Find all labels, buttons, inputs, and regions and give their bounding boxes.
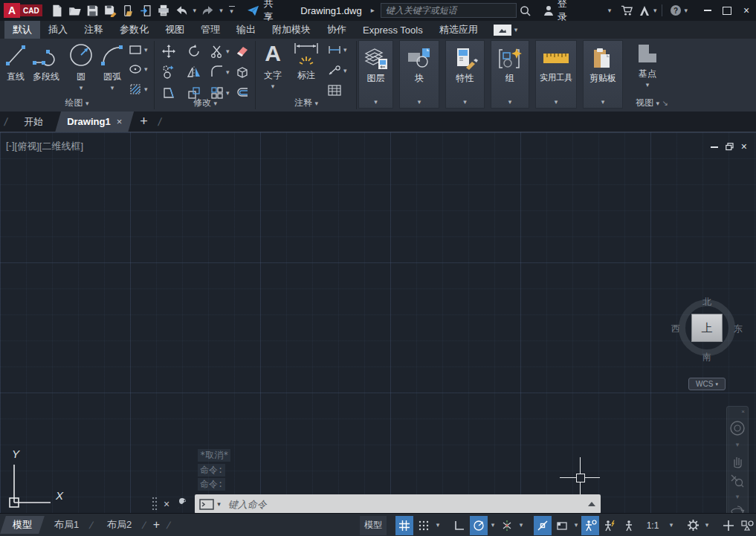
customize-wrench-icon[interactable]	[175, 497, 189, 511]
viewcube-south[interactable]: 南	[702, 351, 711, 364]
circle-dropdown-icon[interactable]: ▾	[80, 85, 83, 91]
viewport-menu-button[interactable]: [-]	[6, 140, 15, 153]
undo-button[interactable]	[173, 2, 190, 19]
redo-button[interactable]	[200, 2, 216, 19]
command-history-expand-icon[interactable]	[587, 501, 596, 507]
chevron-down-icon[interactable]: ▾	[736, 442, 740, 448]
leader-button[interactable]: ▾	[328, 65, 347, 76]
print-button[interactable]	[155, 2, 172, 19]
autodesk-dropdown-icon[interactable]: ▾	[653, 7, 657, 14]
arc-tool-button[interactable]: 圆弧 ▾	[99, 42, 126, 91]
drag-handle[interactable]	[152, 496, 158, 512]
panel-block[interactable]: 块 ▾	[399, 40, 439, 109]
new-drawing-button[interactable]: +	[140, 114, 148, 129]
dialog-launcher-icon[interactable]: ↘	[662, 99, 668, 107]
explode-tool-button[interactable]	[236, 65, 249, 79]
rectangle-tool-button[interactable]: ▾	[129, 45, 148, 55]
new-file-button[interactable]	[49, 2, 65, 19]
tab-parametric[interactable]: 参数化	[112, 21, 157, 39]
modify-panel-label[interactable]: 修改 ▾	[155, 97, 255, 109]
workspace-button[interactable]	[684, 516, 702, 535]
drawing-viewport[interactable]: [-] [俯视] [二维线框] × 上 北 西 东 南 WCS▾ × ▾	[0, 132, 756, 513]
snap-button[interactable]	[415, 516, 433, 535]
new-layout-button[interactable]: +	[153, 518, 160, 532]
save-button[interactable]	[84, 2, 100, 19]
mirror-tool-button[interactable]	[187, 65, 201, 79]
panel-utilities[interactable]: 实用工具 ▾	[535, 40, 577, 109]
base-point-button[interactable]: 基点 ▾	[635, 42, 660, 88]
undo-dropdown[interactable]: ▾	[191, 2, 198, 19]
erase-tool-button[interactable]	[236, 45, 249, 58]
hatch-tool-button[interactable]: ▾	[129, 83, 148, 95]
close-button[interactable]: ×	[737, 2, 756, 19]
navigation-wheel-icon[interactable]	[729, 420, 746, 436]
redo-dropdown[interactable]: ▾	[218, 2, 225, 19]
view-panel-label[interactable]: 视图 ▾ ↘	[626, 97, 678, 109]
save-as-button[interactable]	[102, 2, 118, 19]
snap-dropdown[interactable]: ▾	[433, 516, 442, 535]
command-line-bar[interactable]: ▾	[195, 494, 601, 514]
grid-button[interactable]	[395, 516, 413, 535]
tab-start[interactable]: 开始	[12, 112, 55, 132]
qat-customize-button[interactable]: ▾	[227, 2, 237, 19]
object-snap-button[interactable]	[534, 516, 552, 535]
layout2-tab[interactable]: 布局2	[94, 516, 144, 534]
tab-output[interactable]: 输出	[228, 21, 264, 39]
dynamic-input-dropdown[interactable]: ▾	[572, 516, 581, 535]
annotation-monitor-button[interactable]	[720, 516, 737, 535]
recent-commands-icon[interactable]: ▾	[217, 501, 221, 508]
autocad-logo[interactable]: A CAD	[4, 3, 42, 18]
block-dropdown-icon[interactable]: ▾	[418, 99, 421, 106]
wcs-selector[interactable]: WCS▾	[688, 378, 726, 390]
layers-dropdown-icon[interactable]: ▾	[374, 99, 378, 106]
tab-view[interactable]: 视图	[157, 21, 193, 39]
panel-group[interactable]: 组 ▾	[491, 40, 529, 109]
tab-express-tools[interactable]: Express Tools	[355, 21, 431, 39]
close-command-line-icon[interactable]: ×	[164, 498, 169, 510]
sign-in-button[interactable]	[540, 2, 557, 19]
circle-tool-button[interactable]: 圆 ▾	[68, 42, 94, 91]
tab-home[interactable]: 默认	[4, 21, 40, 39]
draw-panel-label[interactable]: 绘图 ▾	[0, 97, 154, 109]
viewcube-west[interactable]: 西	[671, 323, 680, 335]
ucs-icon[interactable]: Y X	[6, 443, 73, 511]
search-button[interactable]	[517, 2, 534, 19]
minimize-button[interactable]	[698, 2, 717, 19]
pan-icon[interactable]	[730, 453, 745, 468]
polar-tracking-button[interactable]	[470, 516, 488, 535]
osnap-tracking-dropdown[interactable]: ▾	[517, 516, 526, 535]
linear-dim-button[interactable]: ▾	[328, 45, 347, 55]
model-space-button[interactable]: 模型	[360, 516, 387, 535]
annotation-scale-dropdown[interactable]: ▾	[667, 516, 676, 535]
tab-manage[interactable]: 管理	[193, 21, 228, 39]
panel-layers[interactable]: 图层 ▾	[358, 40, 393, 109]
viewcube-top-face[interactable]: 上	[691, 314, 723, 342]
tab-drawing1[interactable]: Drawing1 ×	[55, 112, 134, 132]
isolate-objects-button[interactable]	[739, 516, 756, 535]
help-dropdown-icon[interactable]: ▾	[684, 7, 688, 14]
annotation-scale-value[interactable]: 1:1	[639, 516, 666, 535]
move-tool-button[interactable]	[162, 45, 175, 58]
search-input[interactable]	[381, 3, 517, 18]
open-file-button[interactable]	[67, 2, 83, 19]
ribbon-display-toggle[interactable]: ▾	[494, 21, 518, 39]
command-input[interactable]	[227, 498, 587, 511]
layout1-tab[interactable]: 布局1	[42, 516, 91, 534]
object-snap-tracking-button[interactable]	[498, 516, 516, 535]
text-dropdown-icon[interactable]: ▾	[271, 83, 275, 90]
tab-featured-apps[interactable]: 精选应用	[431, 21, 486, 39]
base-point-dropdown-icon[interactable]: ▾	[646, 82, 650, 88]
annotation-scale-button[interactable]	[620, 516, 638, 535]
annotation-panel-label[interactable]: 注释 ▾	[256, 97, 356, 109]
viewport-minimize-button[interactable]	[711, 146, 718, 148]
arc-dropdown-icon[interactable]: ▾	[111, 85, 114, 91]
clipboard-dropdown-icon[interactable]: ▾	[601, 99, 605, 106]
maximize-button[interactable]	[717, 2, 737, 19]
polar-dropdown[interactable]: ▾	[488, 516, 497, 535]
group-dropdown-icon[interactable]: ▾	[508, 99, 512, 106]
utilities-dropdown-icon[interactable]: ▾	[555, 99, 558, 106]
viewcube-north[interactable]: 北	[702, 296, 711, 309]
annotation-visibility-button[interactable]	[581, 516, 599, 535]
viewport-close-button[interactable]: ×	[741, 141, 747, 152]
table-button[interactable]	[328, 85, 341, 96]
